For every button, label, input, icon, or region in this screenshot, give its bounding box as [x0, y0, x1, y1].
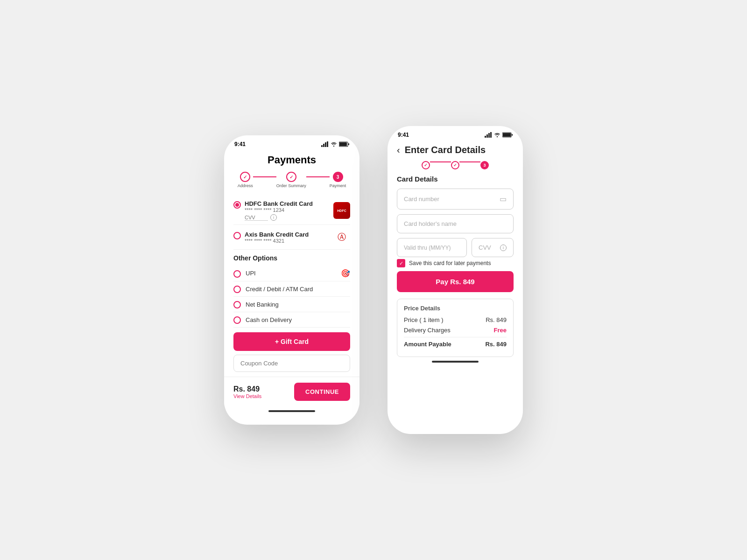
option-upi[interactable]: UPI 🎯 — [233, 266, 350, 281]
progress-bar-right: ✓ ✓ 3 — [397, 161, 514, 169]
right-screen: ‹ Enter Card Details ✓ ✓ 3 Card Details — [388, 141, 523, 357]
step-circle-address: ✓ — [240, 172, 250, 182]
hdfc-card-option[interactable]: HDFC Bank Credit Card **** **** **** 123… — [233, 196, 350, 225]
step-label-order: Order Summary — [276, 183, 306, 188]
signal-icon — [321, 141, 329, 147]
svg-point-4 — [333, 146, 334, 147]
pay-button[interactable]: Pay Rs. 849 — [397, 271, 514, 292]
signal-icon-right — [485, 132, 492, 138]
hdfc-card-number: **** **** **** 1234 — [245, 207, 313, 213]
upi-radio[interactable] — [233, 270, 241, 278]
svg-point-12 — [497, 136, 498, 137]
save-card-checkbox[interactable]: ✓ — [397, 259, 405, 267]
step-right-3: 3 — [480, 161, 489, 169]
price-details-box: Price Details Price ( 1 item ) Rs. 849 D… — [397, 299, 514, 357]
axis-card-name: Axis Bank Credit Card — [245, 231, 309, 238]
axis-card-option[interactable]: Axis Bank Credit Card **** **** **** 432… — [233, 225, 350, 250]
step-line-1 — [253, 176, 276, 177]
enter-card-title: Enter Card Details — [405, 145, 486, 155]
amount-payable-value: Rs. 849 — [485, 341, 507, 348]
svg-rect-7 — [348, 143, 349, 145]
svg-rect-10 — [488, 133, 490, 138]
back-arrow[interactable]: ‹ — [397, 145, 400, 155]
step-circle-payment: 3 — [333, 172, 343, 182]
cvv-input[interactable] — [245, 215, 268, 221]
left-screen: Payments ✓ Address ✓ Order Summary 3 Pay… — [224, 150, 359, 372]
price-details-title: Price Details — [404, 305, 507, 312]
cvv-info-right[interactable]: i — [500, 245, 507, 251]
amount-payable-row: Amount Payable Rs. 849 — [404, 337, 507, 348]
back-header: ‹ Enter Card Details — [397, 141, 514, 161]
hdfc-card-info: HDFC Bank Credit Card **** **** **** 123… — [245, 200, 313, 221]
netbanking-radio[interactable] — [233, 301, 241, 308]
price-row-delivery: Delivery Charges Free — [404, 327, 507, 334]
step-address: ✓ Address — [238, 172, 253, 188]
continue-button[interactable]: CONTINUE — [294, 383, 350, 401]
option-credit-debit[interactable]: Credit / Debit / ATM Card — [233, 281, 350, 297]
svg-rect-8 — [485, 136, 486, 138]
step-order: ✓ Order Summary — [276, 172, 306, 188]
status-icons-left — [321, 141, 349, 147]
step-payment: 3 Payment — [330, 172, 346, 188]
option-netbanking[interactable]: Net Banking — [233, 297, 350, 312]
axis-logo-icon: Ⓐ — [338, 231, 346, 243]
svg-rect-2 — [325, 142, 326, 147]
step-circle-right-1: ✓ — [422, 161, 430, 169]
delivery-label: Delivery Charges — [404, 327, 451, 334]
right-phone: 9:41 ‹ Enter Card Details — [388, 126, 523, 434]
time-right: 9:41 — [398, 132, 409, 138]
cod-radio[interactable] — [233, 316, 241, 324]
price-amount: Rs. 849 — [233, 385, 261, 393]
step-line-right-1 — [430, 161, 451, 162]
cardholder-name-field[interactable]: Card holder's name — [397, 214, 514, 233]
axis-card-info: Axis Bank Credit Card **** **** **** 432… — [245, 231, 309, 244]
card-number-field[interactable]: Card number ▭ — [397, 189, 514, 210]
battery-icon — [339, 141, 349, 147]
hdfc-logo-inner: HDFC — [333, 202, 350, 219]
left-phone: 9:41 Payments — [224, 135, 359, 425]
axis-card-number: **** **** **** 4321 — [245, 238, 309, 244]
valid-thru-field[interactable]: Valid thru (MM/YY) — [397, 238, 467, 257]
price-row-item: Price ( 1 item ) Rs. 849 — [404, 316, 507, 323]
option-cod[interactable]: Cash on Delivery — [233, 312, 350, 328]
coupon-input[interactable] — [233, 355, 350, 372]
step-right-1: ✓ — [422, 161, 430, 169]
cvv-placeholder-right: CVV — [479, 244, 491, 251]
bottom-bar: Rs. 849 View Details CONTINUE — [224, 377, 359, 406]
cvv-field[interactable]: CVV i — [472, 238, 514, 257]
option-label-cod: Cash on Delivery — [246, 316, 350, 323]
gift-card-button[interactable]: + Gift Card — [233, 332, 350, 351]
credit-radio[interactable] — [233, 286, 241, 293]
saved-cards-section: HDFC Bank Credit Card **** **** **** 123… — [233, 196, 350, 250]
svg-rect-0 — [321, 145, 323, 147]
svg-rect-9 — [486, 134, 488, 138]
cvv-row: i — [245, 214, 313, 221]
save-card-row[interactable]: ✓ Save this card for later payments — [397, 259, 514, 267]
step-circle-right-3: 3 — [480, 161, 489, 169]
svg-rect-6 — [339, 142, 347, 146]
home-indicator-right — [432, 361, 479, 363]
price-info: Rs. 849 View Details — [233, 385, 261, 399]
svg-rect-11 — [490, 132, 492, 138]
view-details[interactable]: View Details — [233, 393, 261, 399]
status-bar-right: 9:41 — [388, 126, 523, 141]
step-line-right-2 — [459, 161, 480, 162]
hdfc-radio[interactable] — [233, 201, 241, 209]
hdfc-card-name: HDFC Bank Credit Card — [245, 200, 313, 207]
wifi-icon-right — [494, 132, 500, 138]
status-bar-left: 9:41 — [224, 135, 359, 150]
axis-radio[interactable] — [233, 232, 241, 239]
step-right-2: ✓ — [451, 161, 459, 169]
hdfc-card-left: HDFC Bank Credit Card **** **** **** 123… — [233, 200, 313, 221]
save-card-label: Save this card for later payments — [409, 260, 491, 266]
svg-rect-15 — [512, 134, 513, 136]
cvv-info-icon[interactable]: i — [270, 214, 277, 221]
wifi-icon — [331, 141, 337, 147]
battery-icon-right — [502, 132, 513, 138]
other-options-title: Other Options — [233, 254, 350, 262]
option-label-netbanking: Net Banking — [246, 301, 350, 308]
svg-rect-14 — [503, 133, 511, 137]
cardholder-placeholder: Card holder's name — [404, 220, 457, 227]
upi-icon: 🎯 — [341, 269, 350, 278]
status-icons-right — [485, 132, 513, 138]
